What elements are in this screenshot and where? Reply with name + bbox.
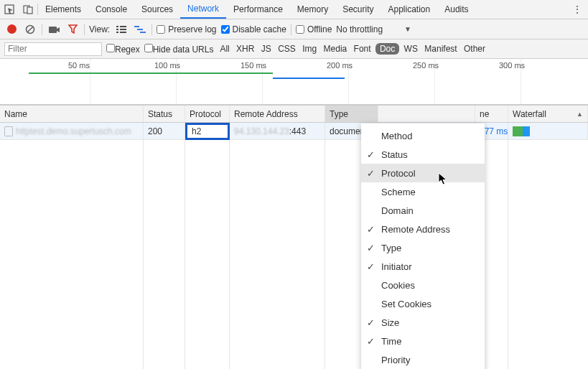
- context-menu-label: Domain: [381, 205, 414, 216]
- throttling-label: No throttling: [336, 24, 383, 34]
- context-menu-item-domain[interactable]: Domain: [361, 201, 485, 220]
- column-time[interactable]: ne: [475, 106, 508, 122]
- throttling-select[interactable]: No throttling ▼: [336, 24, 411, 34]
- device-toggle-icon[interactable]: [19, 4, 37, 14]
- timeline-tick: 150 ms: [241, 61, 266, 70]
- screenshot-icon[interactable]: [47, 25, 61, 34]
- tab-security[interactable]: Security: [335, 0, 381, 19]
- column-hidden[interactable]: [378, 106, 475, 122]
- svg-rect-8: [116, 29, 118, 30]
- preserve-log-checkbox[interactable]: Preserve log: [157, 24, 216, 34]
- tab-elements[interactable]: Elements: [38, 0, 88, 19]
- timeline-tick: 250 ms: [413, 61, 439, 70]
- timeline-tick: 200 ms: [327, 61, 353, 70]
- check-icon: ✓: [367, 168, 375, 179]
- record-button[interactable]: [4, 24, 19, 34]
- column-type[interactable]: Type: [325, 106, 378, 122]
- column-remote-address[interactable]: Remote Address: [230, 106, 325, 122]
- timeline-tick: 100 ms: [154, 61, 180, 70]
- context-menu-item-time[interactable]: ✓Time: [361, 332, 485, 350]
- context-menu-label: Protocol: [381, 168, 416, 179]
- type-filter-other[interactable]: Other: [462, 44, 487, 54]
- type-filter-img[interactable]: Img: [300, 44, 319, 54]
- column-status[interactable]: Status: [144, 106, 185, 122]
- type-filter-all[interactable]: All: [218, 44, 231, 54]
- large-rows-icon[interactable]: [114, 25, 129, 34]
- type-filter-css[interactable]: CSS: [276, 44, 298, 54]
- svg-rect-10: [116, 32, 118, 33]
- context-menu-item-initiator[interactable]: ✓Initiator: [361, 257, 485, 276]
- overview-icon[interactable]: [133, 25, 147, 34]
- context-menu-item-type[interactable]: ✓Type: [361, 238, 485, 257]
- tab-memory[interactable]: Memory: [290, 0, 335, 19]
- cell-protocol: h2: [185, 123, 230, 140]
- check-icon: ✓: [367, 243, 375, 253]
- context-menu-label: Time: [381, 336, 401, 347]
- context-menu-label: Type: [381, 243, 401, 253]
- context-menu-label: Status: [381, 149, 408, 160]
- context-menu-label: Method: [381, 131, 412, 141]
- type-filter-font[interactable]: Font: [352, 44, 373, 54]
- document-icon: [4, 126, 13, 136]
- context-menu-item-method[interactable]: Method: [361, 126, 485, 145]
- type-filter-js[interactable]: JS: [259, 44, 274, 54]
- context-menu-item-scheme[interactable]: Scheme: [361, 182, 485, 201]
- check-icon: ✓: [367, 317, 375, 328]
- hide-data-urls-label: Hide data URLs: [153, 45, 214, 55]
- type-filter-xhr[interactable]: XHR: [234, 44, 256, 54]
- more-menu-icon[interactable]: ⋮: [566, 4, 588, 14]
- cell-remote: 94.130.144.23:443: [230, 123, 325, 139]
- context-menu-label: Scheme: [381, 187, 416, 197]
- svg-rect-14: [140, 32, 146, 33]
- sort-indicator-icon: ▲: [577, 111, 583, 118]
- cell-waterfall: [508, 123, 588, 139]
- type-filter-doc[interactable]: Doc: [375, 43, 399, 55]
- context-menu-item-size[interactable]: ✓Size: [361, 313, 485, 332]
- inspect-element-icon[interactable]: [0, 4, 19, 14]
- tab-audits[interactable]: Audits: [437, 0, 475, 19]
- column-context-menu: Method✓Status✓ProtocolSchemeDomain✓Remot…: [361, 123, 485, 369]
- disable-cache-label: Disable cache: [233, 24, 286, 34]
- view-label: View:: [89, 24, 110, 34]
- column-name[interactable]: Name: [0, 106, 144, 122]
- disable-cache-checkbox[interactable]: Disable cache: [221, 24, 286, 34]
- network-row[interactable]: httptest.demo.supertusch.com 200 h2 94.1…: [0, 123, 588, 140]
- svg-rect-9: [120, 29, 126, 30]
- divider: [84, 24, 85, 35]
- tab-sources[interactable]: Sources: [134, 0, 180, 19]
- tab-console[interactable]: Console: [88, 0, 134, 19]
- context-menu-item-set-cookies[interactable]: Set Cookies: [361, 294, 485, 313]
- context-menu-item-protocol[interactable]: ✓Protocol: [361, 164, 485, 182]
- clear-button[interactable]: [23, 24, 37, 34]
- column-headers[interactable]: Name Status Protocol Remote Address Type…: [0, 105, 588, 123]
- svg-rect-12: [134, 26, 139, 27]
- context-menu-label: Initiator: [381, 261, 412, 272]
- check-icon: ✓: [367, 261, 375, 272]
- tab-performance[interactable]: Performance: [226, 0, 290, 19]
- column-waterfall[interactable]: Waterfall ▲: [508, 106, 588, 122]
- svg-rect-11: [120, 32, 126, 33]
- tab-application[interactable]: Application: [381, 0, 438, 19]
- svg-line-4: [27, 27, 33, 32]
- waterfall-label: Waterfall: [513, 109, 546, 119]
- filter-input[interactable]: [4, 42, 102, 56]
- regex-checkbox[interactable]: Regex: [106, 44, 140, 55]
- context-menu-item-priority[interactable]: Priority: [361, 350, 485, 369]
- type-filter-ws[interactable]: WS: [402, 44, 420, 54]
- context-menu-item-status[interactable]: ✓Status: [361, 145, 485, 164]
- timeline-tick: 300 ms: [499, 61, 525, 70]
- type-filter-manifest[interactable]: Manifest: [422, 44, 459, 54]
- tab-network[interactable]: Network: [180, 0, 226, 19]
- hide-data-urls-checkbox[interactable]: Hide data URLs: [144, 44, 214, 55]
- column-protocol[interactable]: Protocol: [185, 106, 230, 122]
- offline-checkbox[interactable]: Offline: [296, 24, 332, 34]
- cell-status: 200: [144, 123, 185, 139]
- divider: [151, 24, 152, 35]
- timeline-overview[interactable]: 50 ms100 ms150 ms200 ms250 ms300 ms: [0, 59, 588, 105]
- context-menu-item-cookies[interactable]: Cookies: [361, 276, 485, 294]
- type-filter-media[interactable]: Media: [322, 44, 350, 54]
- context-menu-label: Set Cookies: [381, 299, 431, 309]
- context-menu-item-remote-address[interactable]: ✓Remote Address: [361, 220, 485, 238]
- cell-name: httptest.demo.supertusch.com: [0, 123, 144, 139]
- filter-icon[interactable]: [65, 24, 80, 34]
